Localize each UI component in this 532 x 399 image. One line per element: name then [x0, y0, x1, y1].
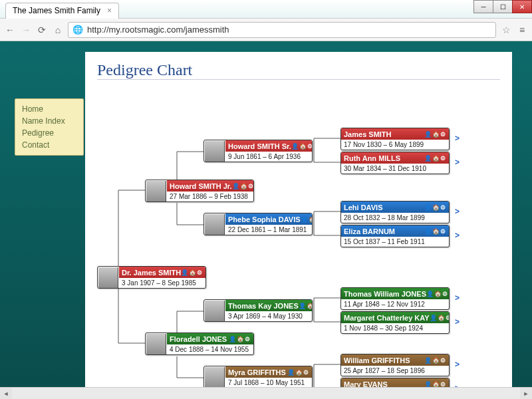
person-dates: 25 Apr 1827 – 18 Sep 1896: [341, 366, 449, 376]
tab-title: The James Smith Family: [13, 6, 100, 15]
page-body: Home Name Index Pedigree Contact Pedigre…: [0, 41, 532, 387]
person-icons[interactable]: 👤🏠⚙: [426, 291, 448, 297]
person-photo: [98, 267, 118, 289]
person-icons[interactable]: 👤🏠⚙: [299, 303, 312, 309]
person-photo: [205, 301, 225, 322]
sidebar-item-home[interactable]: Home: [22, 103, 76, 115]
sidebar-item-pedigree[interactable]: Pedigree: [22, 127, 76, 139]
window-titlebar: The James Smith Family × ─ ☐ ✕: [0, 0, 532, 19]
person-name: Ruth Ann MILLS: [344, 154, 400, 162]
person-mf[interactable]: Thomas Kay JONES👤🏠⚙ 3 Apr 1869 – 4 May 1…: [203, 299, 313, 322]
sidebar-item-contact[interactable]: Contact: [22, 139, 76, 151]
person-dates: 4 Dec 1888 – 14 Nov 1955: [167, 344, 253, 354]
person-mmm[interactable]: Mary EVANS👤🏠⚙23 Apr 1832 – 4 Feb 1909: [340, 378, 450, 387]
close-tab-icon[interactable]: ×: [107, 6, 112, 15]
expand-arrow[interactable]: >: [455, 158, 460, 167]
person-dates: 22 Dec 1861 – 1 Mar 1891: [225, 225, 312, 235]
person-dates: 3 Apr 1869 – 4 May 1930: [225, 311, 312, 321]
person-name: Thomas William JONES: [344, 290, 426, 298]
bookmark-icon[interactable]: ☆: [500, 24, 512, 36]
person-name: Phebe Sophia DAVIS: [228, 215, 301, 223]
home-button[interactable]: ⌂: [52, 24, 64, 36]
close-button[interactable]: ✕: [512, 0, 532, 13]
person-m[interactable]: Floradell JONES👤🏠⚙ 4 Dec 1888 – 14 Nov 1…: [145, 332, 254, 355]
person-dates: 28 Oct 1832 – 18 Mar 1899: [341, 213, 449, 223]
person-dates: 15 Oct 1837 – 11 Feb 1911: [341, 237, 449, 247]
url-bar[interactable]: 🌐 http://my.rootsmagic.com/jamessmith: [68, 22, 496, 38]
person-name: Eliza BARNUM: [344, 227, 395, 235]
person-icons[interactable]: 👤🏠⚙: [424, 228, 446, 235]
person-icons[interactable]: 👤🏠⚙: [424, 204, 446, 211]
person-photo: [146, 334, 166, 355]
person-fmm[interactable]: Eliza BARNUM👤🏠⚙15 Oct 1837 – 11 Feb 1911: [340, 225, 450, 247]
person-dates: 17 Nov 1830 – 6 May 1899: [341, 140, 449, 150]
person-name: Howard SMITH Jr.: [170, 182, 232, 190]
person-fm[interactable]: Phebe Sophia DAVIS👤🏠⚙ 22 Dec 1861 – 1 Ma…: [203, 213, 313, 235]
person-name: Margaret Chatterley KAY: [344, 314, 430, 322]
browser-tab[interactable]: The James Smith Family ×: [5, 3, 119, 19]
person-name: Lehi DAVIS: [344, 203, 382, 211]
content-panel: Pedigree Chart Dr. Jam: [85, 52, 512, 387]
globe-icon: 🌐: [72, 25, 83, 35]
sidebar-item-nameindex[interactable]: Name Index: [22, 115, 76, 127]
person-icons[interactable]: 👤🏠⚙: [424, 155, 446, 162]
scroll-track[interactable]: [12, 388, 520, 399]
scroll-left-icon[interactable]: ◄: [0, 388, 12, 399]
sidebar-nav: Home Name Index Pedigree Contact: [15, 98, 84, 156]
person-name: William GRIFFITHS: [344, 356, 410, 364]
person-dates: 7 Jul 1868 – 10 May 1951: [225, 378, 312, 387]
person-name: Mary EVANS: [344, 380, 388, 388]
person-icons[interactable]: 👤🏠⚙: [301, 216, 312, 223]
person-mff[interactable]: Thomas William JONES👤🏠⚙11 Apr 1848 – 12 …: [340, 287, 450, 310]
person-icons[interactable]: 👤🏠⚙: [424, 381, 446, 388]
person-mm[interactable]: Myra GRIFFITHS👤🏠⚙ 7 Jul 1868 – 10 May 19…: [203, 366, 313, 387]
person-fff[interactable]: James SMITH👤🏠⚙17 Nov 1830 – 6 May 1899: [340, 128, 450, 150]
scroll-right-icon[interactable]: ►: [520, 388, 532, 399]
person-icons[interactable]: 👤🏠⚙: [232, 183, 253, 190]
person-name: James SMITH: [344, 130, 392, 138]
maximize-button[interactable]: ☐: [493, 0, 513, 13]
forward-button[interactable]: →: [20, 24, 32, 36]
person-root[interactable]: Dr. James SMITH👤🏠⚙ 3 Jan 1907 – 8 Sep 19…: [97, 266, 206, 289]
person-ff[interactable]: Howard SMITH Sr.👤🏠⚙ 9 Jun 1861 – 6 Apr 1…: [203, 140, 313, 162]
expand-arrow[interactable]: >: [455, 134, 460, 143]
person-name: Howard SMITH Sr.: [228, 142, 291, 150]
person-dates: 9 Jun 1861 – 6 Apr 1936: [225, 152, 312, 162]
person-photo: [146, 181, 166, 202]
person-dates: 27 Mar 1886 – 9 Feb 1938: [167, 192, 253, 201]
person-fmf[interactable]: Lehi DAVIS👤🏠⚙28 Oct 1832 – 18 Mar 1899: [340, 201, 450, 223]
person-ffm[interactable]: Ruth Ann MILLS👤🏠⚙30 Mar 1834 – 31 Dec 19…: [340, 152, 450, 174]
person-dates: 3 Jan 1907 – 8 Sep 1985: [119, 278, 205, 288]
person-dates: 30 Mar 1834 – 31 Dec 1910: [341, 164, 449, 174]
person-dates: 1 Nov 1848 – 30 Sep 1924: [341, 323, 449, 333]
pedigree-tree: Dr. James SMITH👤🏠⚙ 3 Jan 1907 – 8 Sep 19…: [97, 92, 500, 387]
person-mmf[interactable]: William GRIFFITHS👤🏠⚙25 Apr 1827 – 18 Sep…: [340, 354, 450, 376]
horizontal-scrollbar[interactable]: ◄ ►: [0, 387, 532, 399]
reload-button[interactable]: ⟳: [36, 24, 48, 36]
person-icons[interactable]: 👤🏠⚙: [181, 269, 203, 276]
person-icons[interactable]: 👤🏠⚙: [424, 131, 446, 138]
menu-icon[interactable]: ≡: [516, 24, 528, 36]
back-button[interactable]: ←: [4, 24, 16, 36]
browser-toolbar: ← → ⟳ ⌂ 🌐 http://my.rootsmagic.com/james…: [0, 19, 532, 41]
expand-arrow[interactable]: >: [455, 231, 460, 240]
expand-arrow[interactable]: >: [455, 207, 460, 216]
person-icons[interactable]: 👤🏠⚙: [430, 315, 449, 321]
person-icons[interactable]: 👤🏠⚙: [424, 357, 446, 364]
url-text: http://my.rootsmagic.com/jamessmith: [87, 25, 229, 35]
person-photo: [205, 141, 225, 162]
person-icons[interactable]: 👤🏠⚙: [287, 369, 309, 376]
expand-arrow[interactable]: >: [455, 317, 460, 327]
person-icons[interactable]: 👤🏠⚙: [229, 336, 251, 342]
person-mfm[interactable]: Margaret Chatterley KAY👤🏠⚙1 Nov 1848 – 3…: [340, 311, 450, 334]
person-name: Myra GRIFFITHS: [228, 368, 286, 376]
person-name: Thomas Kay JONES: [228, 302, 299, 310]
minimize-button[interactable]: ─: [473, 0, 493, 13]
person-photo: [205, 367, 225, 387]
person-icons[interactable]: 👤🏠⚙: [291, 143, 312, 150]
person-photo: [205, 214, 225, 235]
page-title: Pedigree Chart: [97, 61, 500, 80]
expand-arrow[interactable]: >: [455, 360, 460, 369]
person-f[interactable]: Howard SMITH Jr.👤🏠⚙ 27 Mar 1886 – 9 Feb …: [145, 180, 254, 202]
expand-arrow[interactable]: >: [455, 293, 460, 303]
